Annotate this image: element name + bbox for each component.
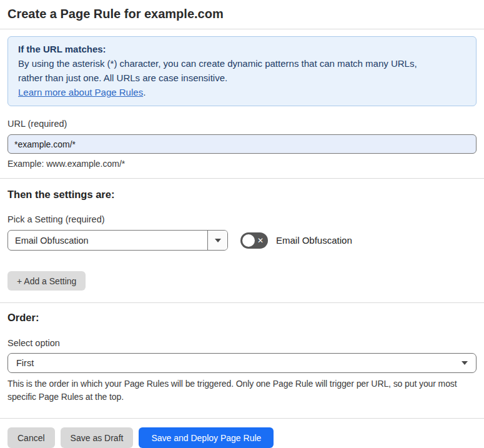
setting-dropdown-arrow-button[interactable] xyxy=(207,231,227,250)
add-setting-button[interactable]: + Add a Setting xyxy=(7,271,86,291)
save-as-draft-button[interactable]: Save as Draft xyxy=(61,427,134,448)
url-input[interactable] xyxy=(7,134,477,154)
save-and-deploy-button[interactable]: Save and Deploy Page Rule xyxy=(139,427,274,448)
order-section-heading: Order: xyxy=(7,311,477,324)
url-example-text: Example: www.example.com/* xyxy=(7,159,477,169)
chevron-down-icon xyxy=(462,361,468,365)
toggle-label: Email Obfuscation xyxy=(276,235,352,246)
toggle-off-x-icon: ✕ xyxy=(257,237,264,244)
setting-row: Email Obfuscation ✕ Email Obfuscation xyxy=(7,230,477,251)
url-match-info-box: If the URL matches: By using the asteris… xyxy=(7,36,477,106)
info-box-body-line: rather than just one. All URLs are case … xyxy=(18,71,466,85)
create-page-rule-form: Create a Page Rule for example.com If th… xyxy=(0,6,484,448)
order-help-text: This is the order in which your Page Rul… xyxy=(7,377,477,404)
divider xyxy=(0,418,484,419)
info-box-heading: If the URL matches: xyxy=(18,42,466,56)
link-suffix: . xyxy=(143,87,146,97)
learn-more-link[interactable]: Learn more about Page Rules xyxy=(18,87,143,97)
order-select[interactable]: First xyxy=(7,353,477,373)
cancel-button[interactable]: Cancel xyxy=(7,427,55,448)
divider xyxy=(0,302,484,303)
email-obfuscation-toggle[interactable]: ✕ xyxy=(240,232,268,249)
pick-setting-label: Pick a Setting (required) xyxy=(7,214,477,225)
info-box-link-line: Learn more about Page Rules. xyxy=(18,85,466,99)
settings-section-heading: Then the settings are: xyxy=(7,188,477,201)
setting-dropdown[interactable]: Email Obfuscation xyxy=(7,230,228,251)
order-select-value: First xyxy=(16,358,34,368)
info-box-body-line: By using the asterisk (*) character, you… xyxy=(18,56,466,71)
order-select-label: Select option xyxy=(7,337,477,349)
setting-dropdown-value: Email Obfuscation xyxy=(8,231,207,250)
footer-actions: Cancel Save as Draft Save and Deploy Pag… xyxy=(7,427,477,448)
divider xyxy=(0,178,484,179)
chevron-down-icon xyxy=(215,239,221,242)
page-title: Create a Page Rule for example.com xyxy=(7,6,477,21)
url-field-label: URL (required) xyxy=(7,118,477,129)
divider xyxy=(0,29,484,29)
toggle-knob xyxy=(242,234,255,247)
